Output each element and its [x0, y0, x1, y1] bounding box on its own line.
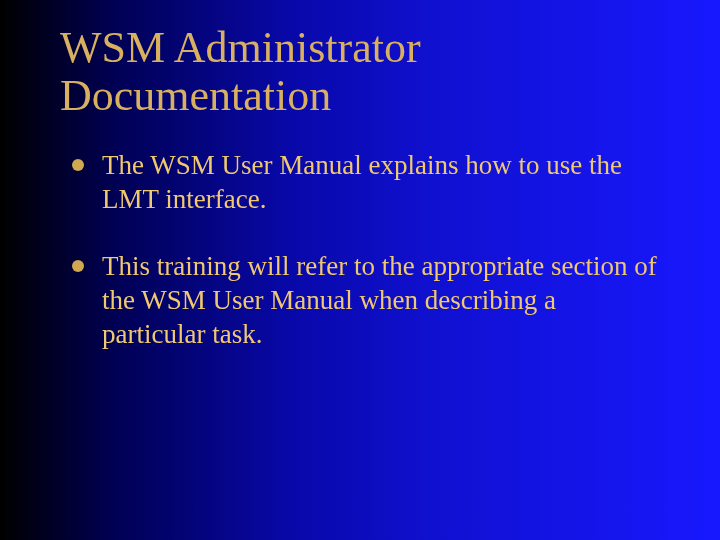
bullet-list: The WSM User Manual explains how to use … [72, 149, 660, 352]
list-item: The WSM User Manual explains how to use … [72, 149, 660, 217]
slide: WSM Administrator Documentation The WSM … [0, 0, 720, 540]
list-item: This training will refer to the appropri… [72, 250, 660, 351]
slide-title: WSM Administrator Documentation [60, 24, 660, 121]
